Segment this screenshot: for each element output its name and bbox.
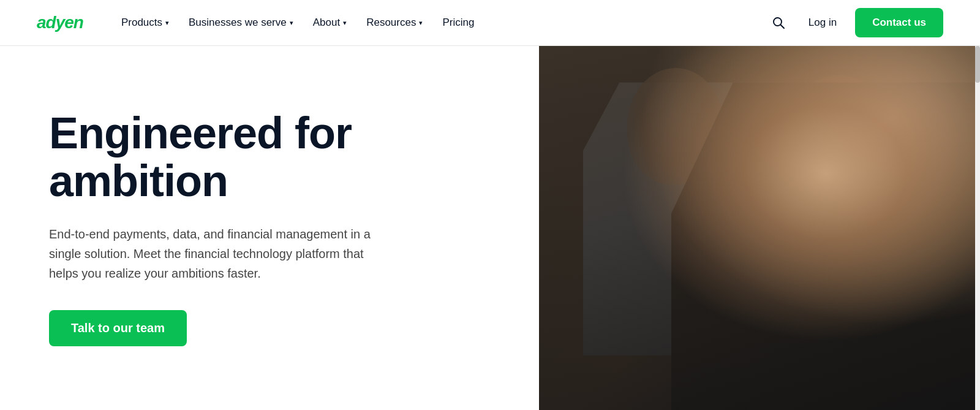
hero-description: End-to-end payments, data, and financial… [49,224,380,283]
nav-item-businesses[interactable]: Businesses we serve ▾ [180,12,302,34]
nav-label-about: About [313,17,340,29]
chevron-down-icon: ▾ [419,19,423,27]
image-overlay [539,46,980,410]
svg-line-1 [780,25,784,29]
scrollbar-thumb[interactable] [975,46,980,83]
hero-title: Engineered for ambition [49,110,502,205]
scrollbar-track [975,46,980,410]
hero-image-background [539,46,980,410]
login-link[interactable]: Log in [802,12,843,34]
nav-label-products: Products [121,17,162,29]
contact-button[interactable]: Contact us [855,8,943,37]
cta-button[interactable]: Talk to our team [49,310,187,346]
nav-label-resources: Resources [366,17,416,29]
nav-label-pricing: Pricing [442,17,474,29]
search-icon [772,16,785,29]
hero-image [539,46,980,410]
chevron-down-icon: ▾ [343,19,347,27]
chevron-down-icon: ▾ [290,19,293,27]
nav-item-about[interactable]: About ▾ [304,12,355,34]
search-button[interactable] [767,11,790,34]
nav-item-products[interactable]: Products ▾ [113,12,178,34]
chevron-down-icon: ▾ [165,19,169,27]
logo[interactable]: adyen [37,13,83,32]
nav-item-resources[interactable]: Resources ▾ [358,12,431,34]
nav-label-businesses: Businesses we serve [189,17,287,29]
hero-section: Engineered for ambition End-to-end payme… [0,46,980,410]
nav-right: Log in Contact us [767,8,943,37]
hero-content: Engineered for ambition End-to-end payme… [0,46,539,410]
main-nav: Products ▾ Businesses we serve ▾ About ▾… [113,12,767,34]
header: adyen Products ▾ Businesses we serve ▾ A… [0,0,980,46]
nav-item-pricing[interactable]: Pricing [434,12,483,34]
